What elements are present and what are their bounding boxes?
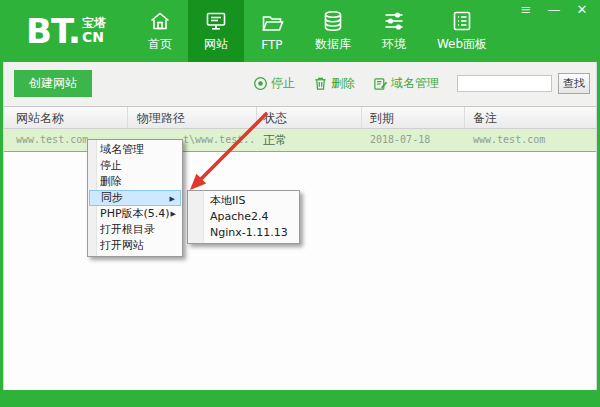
sync-submenu: 本地IIS Apache2.4 Nginx-1.11.13 [187,190,300,244]
panel-icon [450,9,474,33]
domain-manage-label: 域名管理 [391,75,439,92]
trash-icon [313,76,328,91]
menu-item-sync-label: 同步 [101,191,123,204]
stop-label: 停止 [271,75,295,92]
nav-label: 数据库 [315,36,351,53]
stop-button[interactable]: 停止 [253,75,295,92]
submenu-arrow-icon: ▶ [170,191,175,207]
submenu-item-local-iis[interactable]: 本地IIS [189,193,298,209]
nav-label: FTP [261,38,282,52]
domain-edit-icon [373,76,388,91]
menu-item-delete[interactable]: 删除 [89,174,181,190]
nav-label: 环境 [382,36,406,53]
menu-item-open-website[interactable]: 打开网站 [89,238,181,254]
status-bar [0,390,600,407]
window-controls: ≡ — ✕ [518,2,590,18]
sliders-icon [382,9,406,33]
column-header-remark[interactable]: 备注 [465,107,596,128]
app-window: BT. 宝塔 CN 首页 网站 [0,0,600,407]
submenu-item-nginx[interactable]: Nginx-1.11.13 [189,225,298,241]
folder-icon [260,11,284,35]
table-header: 网站名称 物理路径 状态 到期 备注 [4,106,596,129]
column-header-physical-path[interactable]: 物理路径 [128,107,257,128]
menu-item-stop[interactable]: 停止 [89,158,181,174]
find-button[interactable]: 查找 [558,73,590,94]
close-icon[interactable]: ✕ [574,2,590,18]
submenu-arrow-icon: ▶ [171,206,176,222]
monitor-icon [204,9,228,33]
cell-remark: www.test.com [465,129,596,151]
context-menu: 域名管理 停止 删除 同步 ▶ PHP版本(5.4) ▶ 打开根目录 打开网站 [87,139,183,257]
column-header-site-name[interactable]: 网站名称 [4,107,128,128]
menu-item-domain-manage[interactable]: 域名管理 [89,142,181,158]
toolbar: 创建网站 停止 删除 [4,62,596,106]
database-icon [321,9,345,33]
window-menu-icon[interactable]: ≡ [518,2,534,18]
column-header-expiry[interactable]: 到期 [362,107,465,128]
column-header-status[interactable]: 状态 [257,107,362,128]
domain-manage-button[interactable]: 域名管理 [373,75,439,92]
nav-label: 网站 [204,36,228,53]
nav-label: 首页 [148,36,172,53]
cell-expiry: 2018-07-18 [362,129,465,151]
app-logo: BT. 宝塔 CN [0,0,106,62]
home-icon [148,9,172,33]
create-website-button[interactable]: 创建网站 [14,70,92,97]
menu-item-sync[interactable]: 同步 ▶ [89,190,181,206]
menu-item-php-version[interactable]: PHP版本(5.4) ▶ [89,206,181,222]
nav-item-ftp[interactable]: FTP [244,0,300,62]
menu-item-php-version-label: PHP版本(5.4) [100,207,170,220]
nav-item-home[interactable]: 首页 [132,0,188,62]
nav-item-website[interactable]: 网站 [188,0,244,62]
logo-main-text: BT. [26,14,80,48]
top-navigation-bar: BT. 宝塔 CN 首页 网站 [0,0,600,62]
nav-item-environment[interactable]: 环境 [366,0,422,62]
main-nav: 首页 网站 FTP 数据库 [132,0,502,62]
minimize-icon[interactable]: — [546,2,562,18]
nav-item-database[interactable]: 数据库 [300,0,366,62]
nav-item-web-panel[interactable]: Web面板 [422,0,502,62]
stop-icon [253,76,268,91]
delete-button[interactable]: 删除 [313,75,355,92]
submenu-item-apache[interactable]: Apache2.4 [189,209,298,225]
menu-item-open-root-dir[interactable]: 打开根目录 [89,222,181,238]
delete-label: 删除 [331,75,355,92]
search-input[interactable] [457,75,552,92]
logo-bottom-text: CN [82,30,106,45]
cell-status: 正常 [257,129,362,151]
nav-label: Web面板 [437,36,487,53]
